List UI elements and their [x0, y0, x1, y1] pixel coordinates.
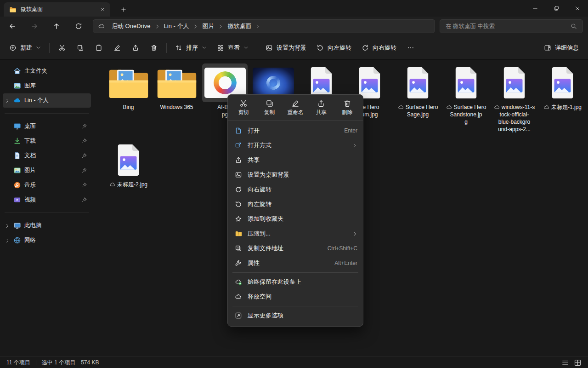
sidebar-item-desktop[interactable]: 桌面: [3, 119, 91, 133]
search-input[interactable]: 在 微软桌面 中搜索: [440, 19, 583, 33]
file-name: 未标题-2.jpg: [104, 181, 153, 188]
context-menu-item-free-up-space[interactable]: 释放空间: [228, 289, 363, 304]
maximize-button[interactable]: [546, 0, 567, 17]
chevron-right-icon[interactable]: [255, 24, 260, 29]
sidebar-item-this-pc[interactable]: 此电脑: [3, 218, 91, 233]
chevron-right-icon[interactable]: [155, 24, 160, 29]
tab-close-button[interactable]: [97, 5, 107, 15]
context-menu-item-open[interactable]: 打开Enter: [228, 123, 363, 138]
menu-item-label: 向右旋转: [248, 185, 271, 194]
context-menu-item-copy-file-path[interactable]: 复制文件地址Ctrl+Shift+C: [228, 241, 363, 256]
file-name: Bing: [104, 104, 153, 111]
view-button[interactable]: 查看: [212, 40, 253, 56]
list-view-icon[interactable]: [561, 359, 569, 367]
context-menu-item-set-desktop-background[interactable]: 设置为桌面背景: [228, 167, 363, 182]
sidebar-item-onedrive[interactable]: Lin - 个人: [3, 93, 91, 108]
copy-button[interactable]: [72, 40, 89, 56]
large-icons-view-icon[interactable]: [574, 359, 582, 367]
breadcrumb-item[interactable]: 启动 OneDrive: [109, 21, 153, 32]
status-bar: 11 个项目 选中 1 个项目 574 KB: [0, 356, 588, 368]
more-options-button[interactable]: [402, 40, 419, 56]
pictures-icon: [13, 167, 21, 174]
breadcrumb-item[interactable]: 微软桌面: [225, 21, 254, 32]
sidebar-item-label: 网络: [24, 236, 87, 244]
sidebar-item-network[interactable]: 网络: [3, 233, 91, 247]
sidebar-spacer: [5, 197, 10, 203]
breadcrumb-item[interactable]: Lin - 个人: [161, 21, 192, 32]
rename-icon: [291, 99, 300, 108]
rename-quick-button[interactable]: 重命名: [283, 98, 308, 117]
sidebar-item-label: 图片: [24, 167, 78, 174]
onedrive-cloud-icon: [398, 104, 404, 110]
cut-button[interactable]: [53, 40, 71, 56]
explorer-tab[interactable]: 微软桌面: [4, 2, 110, 17]
chevron-right-icon[interactable]: [5, 98, 10, 104]
chevron-right-icon[interactable]: [193, 24, 198, 29]
paste-button[interactable]: [90, 40, 107, 56]
refresh-button[interactable]: [71, 18, 86, 34]
close-icon: [100, 7, 105, 12]
details-icon: [544, 44, 551, 52]
sidebar-spacer: [5, 124, 10, 129]
forward-button[interactable]: [27, 18, 42, 34]
minimize-button[interactable]: [525, 0, 546, 17]
file-item[interactable]: Surface HeroSandstone.jpg: [442, 63, 490, 126]
sidebar-item-gallery[interactable]: 图库: [3, 79, 91, 93]
copy-quick-button[interactable]: 复制: [256, 98, 282, 117]
chevron-right-icon[interactable]: [218, 24, 223, 29]
context-menu-item-add-to-favorites[interactable]: 添加到收藏夹: [228, 212, 363, 226]
context-menu-item-rotate-right[interactable]: 向右旋转: [228, 182, 363, 197]
rename-button[interactable]: [108, 40, 126, 56]
menu-item-label: 向左旋转: [248, 200, 271, 208]
file-item[interactable]: Surface HeroSage.jpg: [394, 63, 442, 118]
sidebar-item-pictures[interactable]: 图片: [3, 163, 91, 178]
new-tab-button[interactable]: [118, 4, 130, 15]
breadcrumb[interactable]: 启动 OneDriveLin - 个人图片微软桌面: [93, 19, 435, 33]
file-thumbnail: [106, 141, 151, 179]
up-button[interactable]: [49, 18, 64, 34]
sort-button[interactable]: 排序: [170, 40, 211, 56]
menu-item-shortcut: Ctrl+Shift+C: [328, 245, 357, 252]
context-menu-item-properties[interactable]: 属性Alt+Enter: [228, 256, 363, 270]
share-quick-button[interactable]: 共享: [308, 98, 334, 117]
cloud-check-icon: [235, 278, 242, 286]
delete-button[interactable]: [145, 40, 163, 56]
share-button[interactable]: [127, 40, 144, 56]
tab-title: 微软桌面: [21, 6, 93, 13]
context-menu-item-rotate-left[interactable]: 向左旋转: [228, 197, 363, 212]
details-pane-button[interactable]: 详细信息: [539, 40, 583, 56]
context-menu-item-compress-to[interactable]: 压缩到...: [228, 226, 363, 241]
sidebar-item-documents[interactable]: 文档: [3, 149, 91, 163]
onedrive-cloud-icon: [543, 104, 550, 110]
close-button[interactable]: [567, 0, 588, 17]
sidebar-item-music[interactable]: 音乐: [3, 178, 91, 192]
chevron-right-icon[interactable]: [5, 238, 10, 243]
file-item[interactable]: Windows 365: [153, 63, 201, 111]
menu-item-shortcut: Alt+Enter: [334, 260, 357, 266]
new-button[interactable]: 新建: [5, 40, 45, 56]
chevron-down-icon: [202, 45, 207, 50]
rotate-left-button[interactable]: 向左旋转: [312, 40, 356, 56]
context-menu-quick-actions: 剪切复制重命名共享删除: [228, 95, 363, 121]
menu-item-label: 设置为桌面背景: [248, 171, 289, 179]
sidebar-item-home[interactable]: 主文件夹: [3, 64, 91, 78]
menu-item-label: 添加到收藏夹: [248, 215, 283, 223]
set-background-button[interactable]: 设置为背景: [261, 40, 311, 56]
file-item[interactable]: 未标题-1.jpg: [538, 63, 587, 111]
rotate-right-button[interactable]: 向右旋转: [357, 40, 401, 56]
context-menu-item-share[interactable]: 共享: [228, 153, 363, 167]
file-item[interactable]: windows-11-stock-official-blue-backgroun…: [490, 63, 538, 133]
chevron-right-icon[interactable]: [5, 223, 10, 229]
sidebar-item-videos[interactable]: 视频: [3, 193, 91, 207]
onedrive-cloud-icon: [446, 104, 452, 110]
context-menu-item-open-with[interactable]: 打开方式: [228, 138, 363, 153]
file-item[interactable]: 未标题-2.jpg: [104, 141, 153, 188]
cut-quick-button[interactable]: 剪切: [231, 98, 256, 117]
context-menu-item-show-more-options[interactable]: 显示更多选项: [228, 308, 363, 323]
delete-quick-button[interactable]: 删除: [334, 98, 360, 117]
sidebar-item-downloads[interactable]: 下载: [3, 134, 91, 148]
file-item[interactable]: Bing: [104, 63, 153, 111]
breadcrumb-item[interactable]: 图片: [199, 21, 217, 32]
context-menu-item-always-keep-on-device[interactable]: 始终保留在此设备上: [228, 275, 363, 289]
back-button[interactable]: [5, 18, 20, 34]
